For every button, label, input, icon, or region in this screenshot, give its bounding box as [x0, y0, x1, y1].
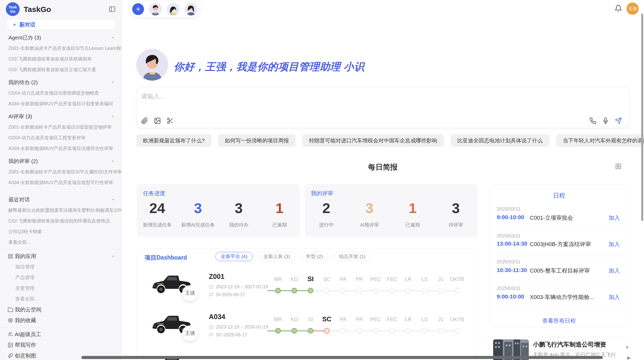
section-label: 我的评审 (2) [8, 158, 38, 164]
join-link[interactable]: 加入 [609, 214, 620, 222]
conversation-item[interactable]: C02-飞腾新能源轻客改款项目的闭环通告反馈情况 [0, 216, 122, 226]
chevron-up-icon[interactable] [111, 80, 115, 84]
conversation-item[interactable]: A034-全新新能源MUV产品开发项目造型可行性评审 [0, 177, 122, 188]
conversation-item[interactable]: 解释最新出台的欧盟报废车法规再生塑料比例被调至15%... [0, 205, 122, 216]
milestone-label: MR [270, 317, 286, 322]
sidebar-item-cloud-space[interactable]: 我的云空间 [0, 304, 122, 315]
microphone-icon[interactable] [602, 117, 609, 124]
app-item-change-mgmt[interactable]: 变更管理 [0, 283, 122, 294]
milestone-dot [422, 328, 427, 334]
new-chat-button[interactable]: + 新对话 [6, 19, 116, 30]
add-member-button[interactable]: + [132, 3, 144, 15]
view-all-recent[interactable]: 查看全部... [0, 237, 122, 248]
milestone-dot [291, 288, 297, 293]
section-label: 我的待办 (2) [8, 79, 38, 85]
milestone-label: OKTB [449, 276, 465, 282]
stat-value: 3 [178, 199, 218, 218]
scroll-down-arrow-icon[interactable]: ▼ [625, 345, 629, 350]
clock-icon [209, 285, 213, 289]
sidebar-item-favorites[interactable]: 我的收藏 [0, 315, 122, 326]
team-members-bar: + [129, 1, 201, 18]
project-dates: 2023-12-19 ~ 2027-01-19 [209, 284, 268, 290]
sidebar-item-write-helper[interactable]: 帮我写作 [0, 340, 122, 350]
suggestion-chip[interactable]: 当下年轻人对汽车外观有怎样的喜好趋势 [556, 134, 644, 147]
app-item-product-mgmt[interactable]: 产品管理 [0, 272, 122, 283]
stat-label: 已逾期 [259, 222, 300, 228]
app-item-project-mgmt[interactable]: 项目管理 [0, 262, 122, 272]
stat-label: 我的待办 [218, 222, 259, 228]
member-avatar-3[interactable] [185, 3, 197, 16]
layout-grid-icon[interactable] [615, 163, 622, 170]
member-avatar-1[interactable] [149, 3, 162, 16]
project-row[interactable]: 王强 A034 2023-12-19 ~ 2026-01-19 SC-2025-… [137, 310, 477, 340]
conversation-item[interactable]: Z001-全新燃油轻卡产品开发项目SI节点属性5D文件评审 [0, 167, 122, 177]
milestone-dot [324, 328, 330, 334]
conversation-item[interactable]: A034-全新新能源MUV产品开发项目计划变更表编写 [0, 98, 122, 109]
sidebar-item-label: 创意制图 [15, 353, 36, 358]
attachment-icon[interactable] [141, 117, 148, 124]
filter-chip[interactable]: 动总开发 (1) [334, 252, 371, 261]
sidebar-item-label: 帮我写作 [15, 342, 36, 348]
project-row[interactable]: 王强 Z001 2023-12-19 ~ 2027-01-19 SI-2025-… [137, 270, 477, 300]
suggestion-chip[interactable]: 如何写一份清晰的项目周报 [218, 134, 296, 147]
conversation-item[interactable]: C0X4-动力总成开发项目SI里程碑提交物检查 [0, 88, 122, 98]
horizontal-scrollbar[interactable] [81, 356, 603, 359]
scissors-icon[interactable] [167, 117, 174, 124]
conversation-item[interactable]: Z001-全新燃油皮卡产品开发项目SI节点Lesson Learn报告 [0, 43, 122, 54]
conversation-item[interactable]: A034-全新新能源MUV产品开发项目法规符合性评审 [0, 143, 122, 154]
chat-input[interactable] [141, 91, 574, 101]
conversation-item[interactable]: C02-飞腾新能源轻客改款项目立项汇报方案 [0, 64, 122, 75]
suggestion-chip[interactable]: 特朗普可能对进口汽车增税会对中国车企造成哪些影响 [302, 134, 444, 147]
event-date: 2025/03/11 [497, 233, 521, 239]
send-icon[interactable] [615, 117, 622, 124]
chevron-up-icon[interactable] [111, 159, 115, 163]
scroll-right-arrow-icon[interactable]: ▶ [627, 355, 631, 360]
section-label: Agent已办 (3) [8, 35, 41, 40]
milestone-label: KO [286, 317, 302, 322]
image-upload-icon[interactable] [154, 117, 161, 124]
milestone-dot [275, 328, 281, 334]
suggestion-chip[interactable]: 比亚迪全固态电池计划具体说了什么 [451, 134, 549, 147]
conversation-item[interactable]: Z001-全新燃油轻卡产品开发项目SI造型提交物评审 [0, 122, 122, 132]
view-all-apps[interactable]: 查看全部... [0, 294, 122, 304]
section-my-todo[interactable]: 我的待办 (2) [0, 77, 122, 88]
section-recent-chats[interactable]: 最近对话 [0, 194, 122, 205]
chevron-up-icon[interactable] [111, 114, 115, 118]
section-agent-done[interactable]: Agent已办 (3) [0, 32, 122, 43]
join-link[interactable]: 加入 [609, 241, 620, 248]
filter-chip[interactable]: 全新上装 (3) [258, 252, 296, 261]
conversation-item[interactable]: C02-飞腾新能源轻客改款项目里程碑画布 [0, 54, 122, 64]
chevron-up-icon[interactable] [111, 254, 115, 258]
filter-chip[interactable]: 全新平台 (4) [215, 252, 253, 261]
stat-item: 24 新增完成任务 [137, 199, 178, 228]
suggestion-chip[interactable]: 欧洲新规最近颁布了什么? [136, 134, 211, 147]
member-avatar-2[interactable] [167, 3, 180, 16]
plus-icon: + [13, 21, 16, 28]
divider [497, 230, 622, 230]
section-ai-review[interactable]: AI评审 (3) [0, 111, 122, 122]
user-avatar[interactable]: 王强 [626, 3, 639, 15]
view-all-schedule[interactable]: 查看所有日程 [489, 317, 629, 325]
section-my-review[interactable]: 我的评审 (2) [0, 156, 122, 167]
join-link[interactable]: 加入 [609, 293, 620, 301]
app-logo: Task Go [6, 2, 20, 16]
conversation-item[interactable]: C0X4-动力总成开发项目工程变更评审 [0, 132, 122, 143]
sidebar-item-ai-staff[interactable]: AI超级员工 [0, 329, 122, 340]
notification-bell-icon[interactable] [614, 5, 622, 12]
stat-value: 1 [391, 199, 434, 218]
join-link[interactable]: 加入 [609, 267, 620, 275]
card-title: 任务进度 [143, 190, 165, 197]
filter-chip[interactable]: 年型 (2) [301, 252, 328, 261]
conversation-item[interactable]: 公司Q3轻卡销量 [0, 226, 122, 237]
chevron-up-icon[interactable] [111, 198, 115, 202]
milestone-dot [389, 288, 395, 293]
my-review-card: 我的评审 2 进行中 3 AI预评审 1 已逾期 3 待评审 [305, 184, 477, 237]
sidebar-item-my-apps[interactable]: 我的应用 [0, 251, 122, 262]
vertical-scrollbar[interactable] [641, 13, 643, 221]
stat-value: 1 [259, 199, 300, 218]
owner-badge: 王强 [182, 285, 198, 301]
sidebar-collapse-icon[interactable] [109, 6, 116, 13]
chevron-up-icon[interactable] [111, 36, 115, 40]
stat-item: 3 我的待办 [218, 199, 259, 228]
voice-call-icon[interactable] [589, 117, 596, 124]
